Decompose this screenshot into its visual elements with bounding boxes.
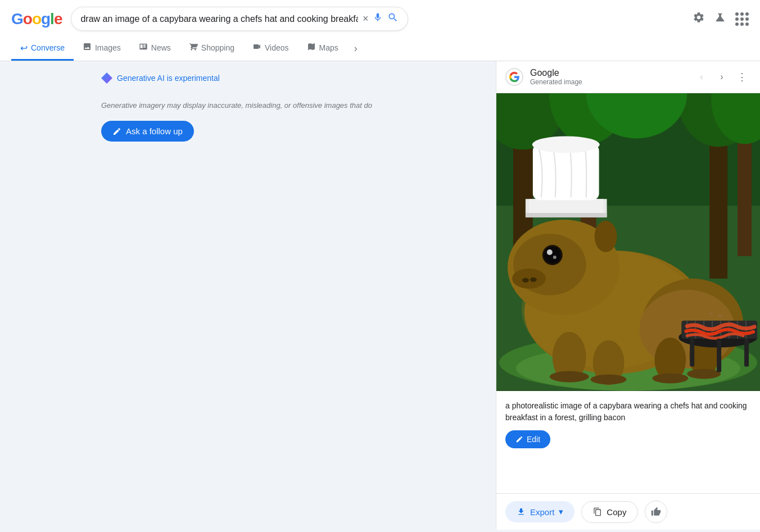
svg-point-138: [553, 256, 557, 259]
left-panel: Generative AI is experimental: [0, 61, 496, 530]
svg-point-139: [595, 221, 617, 252]
right-panel-header: Google Generated image ‹ › ⋮: [496, 61, 760, 93]
header: Google ×: [0, 0, 760, 61]
svg-point-132: [512, 269, 546, 289]
svg-point-144: [532, 136, 600, 153]
main-layout: Generative AI is experimental: [0, 61, 760, 530]
right-panel-description-area: a photorealistic image of a capybara wea…: [496, 391, 760, 493]
export-button[interactable]: Export ▾: [505, 501, 574, 522]
mic-icon[interactable]: [373, 12, 383, 25]
ai-notice-text: Generative AI is experimental: [117, 74, 220, 83]
apps-icon[interactable]: [735, 12, 749, 26]
tab-news[interactable]: News: [130, 37, 180, 61]
tab-maps[interactable]: Maps: [298, 37, 347, 61]
right-panel-title-area: Google Generated image: [530, 68, 686, 86]
disclaimer-text: Generative imagery may display inaccurat…: [101, 101, 450, 110]
ai-notice: Generative AI is experimental: [101, 72, 485, 84]
svg-point-126: [550, 371, 589, 383]
image-grid: [101, 93, 450, 94]
next-image-button[interactable]: ›: [713, 68, 731, 86]
right-panel-nav: ‹ › ⋮: [693, 68, 751, 86]
nav-tabs: ↩ Converse Images News Shopping Videos: [11, 37, 749, 61]
ask-follow-up-button[interactable]: Ask a follow up: [101, 121, 194, 142]
svg-text:~: ~: [709, 310, 713, 316]
images-icon: [83, 42, 92, 53]
right-panel-title: Google: [530, 68, 686, 78]
converse-icon: ↩: [20, 43, 28, 53]
videos-icon: [252, 42, 261, 53]
svg-rect-158: [744, 339, 749, 367]
svg-rect-157: [690, 339, 694, 367]
right-panel: Google Generated image ‹ › ⋮: [496, 61, 760, 530]
svg-point-134: [530, 278, 537, 282]
svg-point-136: [544, 247, 561, 263]
news-icon: [139, 42, 148, 53]
svg-text:~: ~: [718, 312, 722, 320]
image-description-text: a photorealistic image of a capybara wea…: [505, 400, 751, 424]
nav-more-button[interactable]: ›: [347, 37, 364, 60]
search-input[interactable]: [80, 14, 358, 24]
svg-rect-142: [526, 213, 607, 217]
right-panel-footer: Export ▾ Copy: [496, 493, 760, 530]
svg-point-133: [522, 278, 529, 283]
tab-videos[interactable]: Videos: [243, 37, 298, 61]
svg-point-127: [591, 374, 627, 384]
search-bar: ×: [71, 7, 408, 31]
tab-converse[interactable]: ↩ Converse: [11, 37, 74, 61]
prev-image-button[interactable]: ‹: [693, 68, 711, 86]
svg-point-137: [547, 249, 553, 255]
svg-rect-159: [717, 339, 721, 372]
right-panel-subtitle: Generated image: [530, 78, 686, 86]
google-logo: Google: [11, 10, 62, 28]
ai-diamond-icon: [101, 72, 112, 84]
thumbs-up-button[interactable]: [645, 501, 667, 523]
svg-point-129: [687, 369, 721, 379]
labs-icon[interactable]: [714, 11, 726, 27]
tab-images[interactable]: Images: [74, 37, 130, 61]
clear-icon[interactable]: ×: [363, 13, 369, 25]
export-dropdown-icon: ▾: [559, 507, 563, 517]
main-generated-image[interactable]: ~ ~: [496, 93, 760, 391]
search-submit-icon[interactable]: [387, 12, 399, 26]
svg-point-128: [652, 374, 688, 384]
tab-shopping[interactable]: Shopping: [180, 37, 243, 61]
shopping-icon: [189, 42, 198, 53]
settings-icon[interactable]: [693, 11, 705, 27]
header-right: [693, 11, 749, 27]
copy-button[interactable]: Copy: [581, 501, 638, 523]
more-options-button[interactable]: ⋮: [733, 68, 751, 86]
maps-icon: [307, 42, 316, 53]
google-g-icon: [505, 68, 523, 86]
edit-button[interactable]: Edit: [505, 430, 550, 448]
